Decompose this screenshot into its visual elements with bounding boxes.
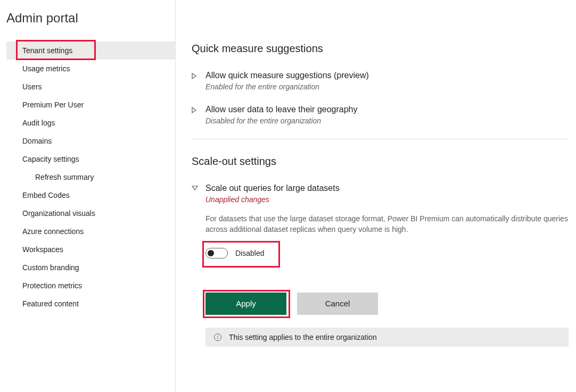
button-row: Apply Cancel — [205, 293, 569, 315]
sidebar-item-users[interactable]: Users — [6, 78, 175, 96]
section-divider — [192, 139, 569, 139]
chevron-right-icon — [192, 73, 199, 79]
setting-allow-quick-measure[interactable]: Allow quick measure suggestions (preview… — [192, 71, 569, 91]
sidebar-item-organizational-visuals[interactable]: Organizational visuals — [6, 204, 175, 222]
chevron-down-icon[interactable] — [192, 186, 199, 191]
sidebar-item-label: Protection metrics — [22, 281, 82, 290]
setting-description: For datasets that use the large dataset … — [205, 213, 569, 235]
sidebar-item-protection-metrics[interactable]: Protection metrics — [6, 277, 175, 295]
page-title: Admin portal — [6, 11, 175, 26]
sidebar-item-refresh-summary[interactable]: Refresh summary — [6, 168, 175, 186]
section-title: Scale-out settings — [192, 155, 569, 168]
info-banner: i This setting applies to the entire org… — [205, 328, 569, 347]
sidebar-item-premium-per-user[interactable]: Premium Per User — [6, 96, 175, 114]
sidebar-item-label: Users — [22, 82, 42, 91]
sidebar-item-label: Tenant settings — [22, 46, 72, 55]
apply-button[interactable]: Apply — [205, 293, 286, 315]
section-title: Quick measure suggestions — [192, 43, 569, 55]
sidebar-item-label: Premium Per User — [22, 101, 84, 109]
sidebar-item-label: Capacity settings — [22, 155, 79, 163]
sidebar-item-label: Refresh summary — [35, 173, 94, 181]
setting-label: Allow user data to leave their geography — [205, 105, 358, 114]
sidebar-item-workspaces[interactable]: Workspaces — [6, 240, 175, 258]
toggle-state-label: Disabled — [235, 249, 264, 257]
sidebar-item-usage-metrics[interactable]: Usage metrics — [6, 60, 175, 78]
setting-scale-out-queries: Scale out queries for large datasets Una… — [192, 184, 569, 347]
sidebar-item-label: Organizational visuals — [22, 209, 95, 218]
sidebar-item-label: Workspaces — [22, 245, 63, 254]
toggle-scale-out[interactable] — [205, 248, 228, 258]
setting-label: Allow quick measure suggestions (preview… — [205, 71, 369, 80]
section-quick-measure: Quick measure suggestions Allow quick me… — [192, 43, 569, 125]
sidebar-item-audit-logs[interactable]: Audit logs — [6, 114, 175, 132]
setting-status: Enabled for the entire organization — [205, 82, 369, 91]
toggle-knob — [208, 250, 214, 256]
sidebar-item-custom-branding[interactable]: Custom branding — [6, 258, 175, 277]
section-scale-out: Scale-out settings Scale out queries for… — [192, 155, 569, 347]
sidebar-item-domains[interactable]: Domains — [6, 132, 175, 150]
main-content: Quick measure suggestions Allow quick me… — [176, 0, 576, 392]
sidebar-item-label: Usage metrics — [22, 64, 70, 73]
sidebar-item-label: Domains — [22, 137, 52, 145]
setting-status: Disabled for the entire organization — [205, 116, 358, 125]
sidebar-item-label: Embed Codes — [22, 191, 70, 199]
info-icon: i — [214, 333, 221, 341]
sidebar: Admin portal Tenant settings Usage metri… — [0, 0, 176, 392]
sidebar-item-label: Featured content — [22, 299, 79, 308]
unapplied-changes-warning: Unapplied changes — [205, 195, 569, 204]
sidebar-item-embed-codes[interactable]: Embed Codes — [6, 186, 175, 204]
sidebar-item-label: Azure connections — [22, 227, 84, 236]
sidebar-item-capacity-settings[interactable]: Capacity settings — [6, 150, 175, 168]
sidebar-item-azure-connections[interactable]: Azure connections — [6, 222, 175, 240]
setting-allow-user-data-leave-geo[interactable]: Allow user data to leave their geography… — [192, 105, 569, 125]
info-banner-text: This setting applies to the entire organ… — [229, 333, 377, 341]
setting-label: Scale out queries for large datasets — [205, 184, 569, 193]
chevron-right-icon — [192, 107, 199, 113]
sidebar-item-label: Audit logs — [22, 119, 55, 127]
nav-list: Tenant settings Usage metrics Users Prem… — [6, 41, 175, 313]
sidebar-item-tenant-settings[interactable]: Tenant settings — [6, 41, 175, 60]
sidebar-item-label: Custom branding — [22, 263, 79, 272]
cancel-button[interactable]: Cancel — [297, 293, 378, 315]
sidebar-item-featured-content[interactable]: Featured content — [6, 295, 175, 313]
toggle-wrap: Disabled — [205, 243, 264, 264]
